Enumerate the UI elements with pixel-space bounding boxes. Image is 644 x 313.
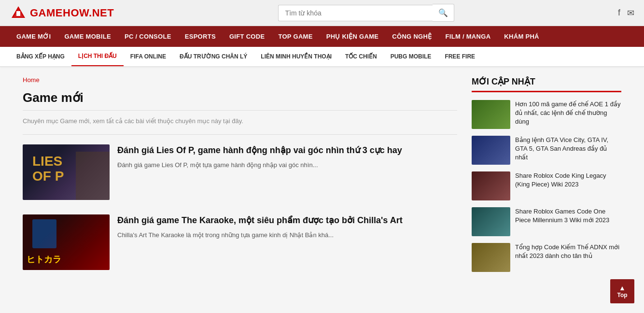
nav-game-mobile[interactable]: GAME MOBILE	[57, 26, 117, 47]
nav-primary: GAME MỚI GAME MOBILE PC / CONSOLE ESPORT…	[0, 26, 644, 47]
sidebar-item-text[interactable]: Share Roblox Code King Legacy (King Piec…	[515, 171, 621, 189]
article-body: Đánh giá game The Karaoke, một siêu phẩm…	[117, 214, 457, 270]
sidebar-item: Share Roblox Code King Legacy (King Piec…	[472, 171, 621, 200]
logo-link[interactable]: GAMEHOW.NET	[10, 4, 114, 22]
main-content: Home Game mới Chuyên mục Game mới, xem t…	[23, 76, 457, 285]
nav-pubg-mobile[interactable]: PUBG MOBILE	[384, 47, 438, 66]
nav-free-fire[interactable]: FREE FIRE	[438, 47, 482, 66]
desc-divider	[23, 134, 457, 135]
back-to-top-button[interactable]: Top	[610, 279, 634, 294]
breadcrumb-home[interactable]: Home	[23, 76, 40, 84]
nav-dau-truong-chan-ly[interactable]: ĐẤU TRƯỜNG CHÂN LÝ	[173, 47, 254, 66]
nav-lich-thi-dau[interactable]: LỊCH THI ĐẤU	[71, 47, 124, 66]
svg-rect-2	[16, 11, 20, 16]
sidebar-item: Tổng hợp Code Kiếm Thế ADNX mới nhất 202…	[472, 243, 621, 272]
nav-bang-xep-hang[interactable]: BẢNG XẾP HẠNG	[10, 47, 71, 66]
nav-top-game[interactable]: TOP GAME	[271, 26, 319, 47]
sidebar: MỚI CẬP NHẬT Hơn 100 mã game đế chế AOE …	[472, 76, 621, 285]
nav-phu-kien-game[interactable]: PHỤ KIỆN GAME	[320, 26, 386, 47]
article-excerpt: Đánh giá game Lies Of P, một tựa game hà…	[117, 160, 457, 171]
nav-fifa-online[interactable]: FIFA ONLINE	[124, 47, 173, 66]
nav-lien-minh-huyen-thoai[interactable]: LIÊN MINH HUYỀN THOẠI	[254, 47, 338, 66]
nav-cong-nghe[interactable]: CÔNG NGHỆ	[385, 26, 438, 47]
article-thumbnail	[23, 214, 110, 270]
facebook-icon[interactable]: f	[618, 8, 620, 18]
nav-game-moi[interactable]: GAME MỚI	[10, 26, 57, 47]
article-title[interactable]: Đánh giá Lies Of P, game hành động nhập …	[117, 144, 457, 156]
nav-gift-code[interactable]: GIFT CODE	[223, 26, 271, 47]
header-icons: f ✉	[618, 8, 634, 18]
nav-secondary: BẢNG XẾP HẠNG LỊCH THI ĐẤU FIFA ONLINE Đ…	[0, 47, 644, 67]
nav-pc-console[interactable]: PC / CONSOLE	[118, 26, 178, 47]
sidebar-item: Bảng lệnh GTA Vice City, GTA IV, GTA 5, …	[472, 136, 621, 165]
logo-text: GAMEHOW.NET	[30, 7, 114, 19]
sidebar-item-text[interactable]: Hơn 100 mã game đế chế AOE 1 đầy đủ nhất…	[515, 100, 621, 127]
sidebar-thumbnail	[472, 207, 510, 236]
article-title[interactable]: Đánh giá game The Karaoke, một siêu phẩm…	[117, 214, 457, 227]
sidebar-item: Hơn 100 mã game đế chế AOE 1 đầy đủ nhất…	[472, 100, 621, 129]
nav-toc-chien[interactable]: TỐC CHIẾN	[338, 47, 384, 66]
page-description: Chuyên mục Game mới, xem tất cả các bài …	[23, 117, 457, 125]
sidebar-thumbnail	[472, 171, 510, 200]
mail-icon[interactable]: ✉	[627, 8, 634, 18]
search-button[interactable]: 🔍	[433, 4, 454, 22]
article-item: Đánh giá game The Karaoke, một siêu phẩm…	[23, 214, 457, 270]
article-thumbnail	[23, 144, 110, 200]
sidebar-item-text[interactable]: Tổng hợp Code Kiếm Thế ADNX mới nhất 202…	[515, 243, 621, 260]
article-body: Đánh giá Lies Of P, game hành động nhập …	[117, 144, 457, 200]
sidebar-item: Share Roblox Games Code One Piece Millen…	[472, 207, 621, 236]
nav-film-manga[interactable]: FILM / MANGA	[438, 26, 497, 47]
sidebar-thumbnail	[472, 136, 510, 165]
main-container: Home Game mới Chuyên mục Game mới, xem t…	[13, 67, 631, 294]
breadcrumb: Home	[23, 76, 457, 84]
sidebar-thumbnail	[472, 243, 510, 272]
logo-icon	[10, 4, 27, 22]
sidebar-item-text[interactable]: Share Roblox Games Code One Piece Millen…	[515, 207, 621, 225]
title-divider	[23, 110, 457, 111]
search-input[interactable]	[278, 5, 433, 21]
sidebar-thumbnail	[472, 100, 510, 129]
article-excerpt: Chilla's Art The Karaoke là một trong nh…	[117, 230, 457, 241]
nav-kham-pha[interactable]: KHÁM PHÁ	[497, 26, 546, 47]
article-item: Đánh giá Lies Of P, game hành động nhập …	[23, 144, 457, 200]
page-title: Game mới	[23, 90, 457, 105]
back-to-top-label: Top	[617, 292, 627, 294]
search-area: 🔍	[278, 4, 454, 22]
header: GAMEHOW.NET 🔍 f ✉	[0, 0, 644, 26]
nav-esports[interactable]: ESPORTS	[178, 26, 223, 47]
sidebar-item-text[interactable]: Bảng lệnh GTA Vice City, GTA IV, GTA 5, …	[515, 136, 621, 162]
sidebar-section-title: MỚI CẬP NHẬT	[472, 76, 621, 92]
